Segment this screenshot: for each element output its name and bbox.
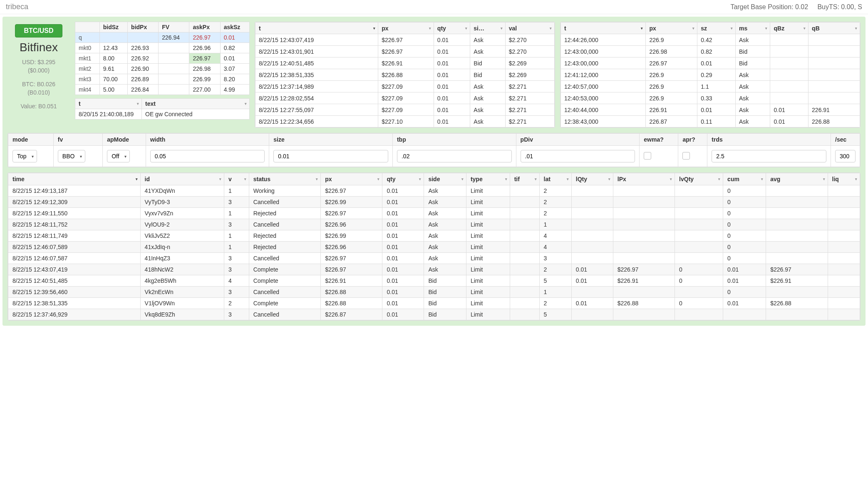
grid-cell: 226.9 (646, 92, 697, 104)
orders-header[interactable]: lat (539, 173, 571, 185)
orders-cell: Bid (424, 287, 466, 298)
market-col: askSz (220, 22, 249, 32)
orders-header[interactable]: id (140, 173, 224, 185)
orders-cell: 8/22/15 12:48:11,752 (8, 219, 141, 230)
grid-cell: 12:43:00,000 (561, 46, 646, 57)
grid-cell: Bid (470, 57, 505, 69)
grid-header[interactable]: val (505, 22, 554, 34)
orders-cell: 3 (539, 253, 571, 264)
orders-cell: 0.01 (382, 197, 424, 208)
orders-cell: Working (249, 185, 320, 197)
orders-grid: timeidvstatuspxqtysidetypetiflatlQtylPxl… (8, 173, 860, 320)
orders-header[interactable]: v (224, 173, 249, 185)
orders-header[interactable]: lvQty (675, 173, 723, 185)
log-col-t[interactable]: t (75, 99, 142, 109)
orders-header[interactable]: status (249, 173, 320, 185)
width-input[interactable] (150, 150, 265, 162)
orders-cell (510, 309, 539, 320)
ewma-checkbox[interactable] (644, 152, 651, 160)
market-cell: 227.00 (189, 85, 220, 95)
orders-header[interactable]: avg (766, 173, 828, 185)
orders-header[interactable]: lQty (571, 173, 613, 185)
market-col: bidPx (128, 22, 159, 32)
mode-select[interactable]: Top (12, 150, 37, 162)
grid-header[interactable]: t (561, 22, 646, 34)
grid-cell: $226.97 (378, 34, 434, 46)
orders-cell (675, 287, 723, 298)
orders-cell: 0 (723, 185, 766, 197)
orders-cell: 4kg2eB5Wh (140, 275, 224, 287)
orders-cell: 0.01 (723, 264, 766, 275)
market-cell: 226.89 (128, 74, 159, 85)
trds-input[interactable] (712, 150, 826, 162)
orders-header[interactable]: lPx (613, 173, 675, 185)
fv-select[interactable]: BBO (58, 150, 85, 162)
apmode-select[interactable]: Off (107, 150, 130, 162)
orders-header[interactable]: side (424, 173, 466, 185)
table-row: 8/22/15 12:28:02,554$227.090.01Ask$2.271 (255, 92, 555, 104)
orders-cell: 0 (723, 230, 766, 242)
orders-header[interactable]: liq (828, 173, 860, 185)
orders-cell: 3 (224, 219, 249, 230)
exchange-name: Bitfinex (7, 41, 70, 54)
table-row: 12:40:44,000226.910.01Ask0.01226.91 (561, 104, 860, 116)
orders-cell (510, 242, 539, 253)
orders-cell (510, 264, 539, 275)
grid-header[interactable]: ms (735, 22, 770, 34)
grid-header[interactable]: sz (697, 22, 736, 34)
grid-header[interactable]: t (255, 22, 378, 34)
size-input[interactable] (273, 150, 388, 162)
pdiv-input[interactable] (521, 150, 635, 162)
apr-checkbox[interactable] (682, 152, 690, 160)
grid-header[interactable]: px (646, 22, 697, 34)
market-col: FV (159, 22, 189, 32)
buyts-label: BuyTS: 0.00, S (817, 3, 862, 10)
grid-header[interactable]: qty (434, 22, 470, 34)
grid-header[interactable]: qBz (770, 22, 808, 34)
orders-header[interactable]: px (321, 173, 382, 185)
pair-toggle-button[interactable]: BTC/USD (15, 24, 62, 37)
grid-header[interactable]: px (378, 22, 434, 34)
orders-cell (675, 242, 723, 253)
orders-cell: 8/22/15 12:46:07,587 (8, 253, 141, 264)
orders-cell (510, 230, 539, 242)
orders-cell (675, 219, 723, 230)
usd-balance: USD: $3.295 (7, 58, 70, 67)
market-cell: mkt3 (75, 74, 100, 85)
orders-header[interactable]: cum (723, 173, 766, 185)
orders-cell: $226.97 (766, 264, 828, 275)
table-row: 12:40:57,000226.91.1Ask (561, 81, 860, 92)
param-header: trds (707, 134, 831, 146)
grid-cell: $226.97 (378, 46, 434, 57)
grid-cell: 12:43:00,000 (561, 57, 646, 69)
table-row: 8/22/15 12:49:12,309VyTyD9-33Cancelled$2… (8, 197, 860, 208)
orders-cell: $226.97 (321, 185, 382, 197)
persec-input[interactable] (835, 150, 856, 162)
orders-cell: Ask (424, 185, 466, 197)
grid-cell: Ask (470, 104, 505, 116)
orders-header[interactable]: time (8, 173, 141, 185)
params-table: modefvapModewidthsizetbppDivewma?apr?trd… (8, 133, 860, 167)
log-col-text[interactable]: text (142, 99, 250, 109)
tbp-input[interactable] (397, 150, 512, 162)
grid-header[interactable]: qB (808, 22, 860, 34)
orders-cell: Limit (466, 219, 510, 230)
orders-header[interactable]: type (466, 173, 510, 185)
orders-cell (828, 219, 860, 230)
orders-cell: 8/22/15 12:37:46,929 (8, 309, 141, 320)
grid-header[interactable]: si… (470, 22, 505, 34)
grid-cell: $2.271 (505, 116, 554, 127)
orders-header[interactable]: tif (510, 173, 539, 185)
orders-cell: Ask (424, 242, 466, 253)
orders-cell: 0 (675, 264, 723, 275)
orders-cell: 1 (224, 185, 249, 197)
grid-cell: $2.271 (505, 92, 554, 104)
orders-cell: VkliJv5Z2 (140, 230, 224, 242)
orders-cell: Cancelled (249, 219, 320, 230)
param-header: width (146, 134, 269, 146)
orders-header[interactable]: qty (382, 173, 424, 185)
grid-cell: $2.270 (505, 46, 554, 57)
orders-cell (510, 253, 539, 264)
market-cell: 3.07 (220, 64, 249, 74)
orders-cell (510, 219, 539, 230)
